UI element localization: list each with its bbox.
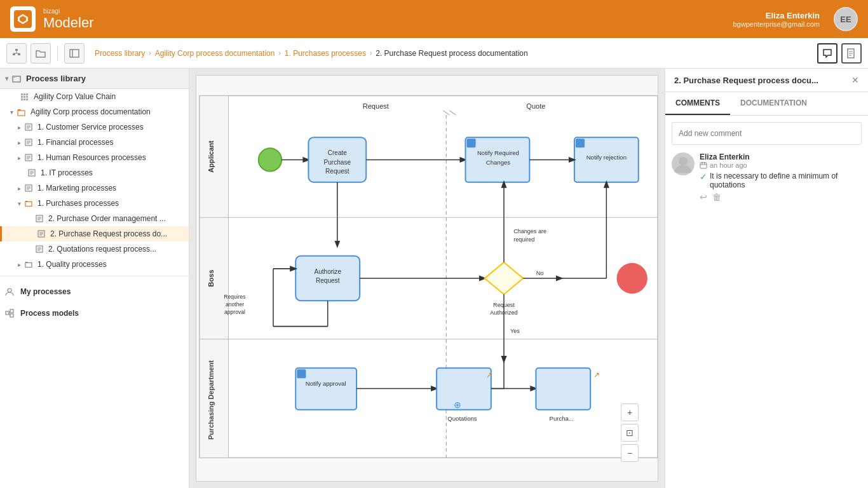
comment-author: Eliza Enterkin <box>700 152 862 161</box>
breadcrumb-current: 2. Purchase Request process documentatio… <box>376 49 527 58</box>
comment-input[interactable] <box>672 122 862 145</box>
app-brand: bizagi Modeler <box>43 8 93 31</box>
svg-text:Requires: Requires <box>224 294 245 300</box>
sidebar-financial-label: 1. Financial processes <box>37 138 113 147</box>
sidebar-quality-label: 1. Quality processes <box>37 260 107 269</box>
sidebar-process-models[interactable]: Process models <box>0 302 189 324</box>
zoom-controls: + ⊡ − <box>621 403 639 462</box>
sidebar-my-processes[interactable]: My processes <box>0 281 189 302</box>
main-layout: ▾ Process library Agility Corp Value Cha… <box>0 69 868 488</box>
sidebar-value-chain[interactable]: Agility Corp Value Chain <box>0 89 189 104</box>
sidebar-marketing[interactable]: ▸ 1. Marketing processes <box>0 180 189 196</box>
breadcrumb-sep-2: › <box>278 50 280 57</box>
breadcrumb-purchases[interactable]: 1. Purchases processes <box>285 49 366 58</box>
app-header: bizagi Modeler Eliza Enterkin bgwpenterp… <box>0 0 868 38</box>
zoom-out-button[interactable]: − <box>621 444 639 462</box>
brand-sub: bizagi <box>43 8 93 15</box>
svg-text:⊕: ⊕ <box>454 400 461 410</box>
sidebar-process-models-label: Process models <box>20 309 79 318</box>
expand-icon: ▾ <box>5 75 8 82</box>
right-panel-close-button[interactable]: ✕ <box>851 75 859 85</box>
svg-rect-86 <box>467 139 476 147</box>
marketing-expand: ▸ <box>18 185 21 192</box>
brand-main: Modeler <box>43 15 93 31</box>
sidebar-process-library-label: Process library <box>26 74 86 83</box>
app-logo[interactable] <box>10 6 36 32</box>
org-chart-button[interactable] <box>6 43 27 64</box>
svg-text:Quotations: Quotations <box>447 415 477 422</box>
sidebar-purchase-request[interactable]: 2. Purchase Request process do... <box>0 226 189 241</box>
breadcrumb-agility-corp[interactable]: Agility Corp process documentation <box>155 49 275 58</box>
sidebar-quality[interactable]: ▸ 1. Quality processes <box>0 257 189 272</box>
comment-text: ✓ It is necessary to define a minimum of… <box>700 172 862 189</box>
sidebar-quotations[interactable]: 2. Quotations request process... <box>0 241 189 257</box>
svg-point-76 <box>259 148 281 171</box>
sidebar-purchase-order[interactable]: 2. Purchase Order management ... <box>0 211 189 226</box>
svg-rect-15 <box>24 93 25 95</box>
comment-text-content: It is necessary to define a minimum of q… <box>710 172 862 189</box>
avatar[interactable]: EE <box>834 7 858 31</box>
sidebar-my-processes-label: My processes <box>20 287 71 296</box>
zoom-fit-button[interactable]: ⊡ <box>621 424 639 442</box>
svg-text:Request: Request <box>325 168 349 175</box>
diagram-svg: Applicant Boss Purchasing Department Req… <box>196 76 658 481</box>
svg-text:No: No <box>536 270 544 276</box>
svg-rect-60 <box>10 309 13 313</box>
svg-text:another: another <box>226 301 244 308</box>
svg-rect-22 <box>26 98 28 100</box>
svg-text:Yes: Yes <box>510 328 520 334</box>
sidebar-customer-service[interactable]: ▸ 1. Customer Service processes <box>0 119 189 135</box>
svg-text:Purchasing Department: Purchasing Department <box>207 360 215 440</box>
sidebar-process-library-header[interactable]: ▾ Process library <box>0 69 189 89</box>
svg-text:Request: Request <box>363 102 389 110</box>
comment-time: an hour ago <box>700 161 862 169</box>
panel-toggle-button[interactable] <box>64 43 85 64</box>
breadcrumb-process-library[interactable]: Process library <box>95 49 145 58</box>
sidebar-financial[interactable]: ▸ 1. Financial processes <box>0 135 189 150</box>
sidebar-it[interactable]: 1. IT processes <box>0 165 189 180</box>
breadcrumb-actions <box>817 43 862 64</box>
sidebar-it-label: 1. IT processes <box>41 168 93 177</box>
user-info: Eliza Enterkin bgwpenterprise@gmail.com <box>733 11 820 28</box>
svg-text:Notify rejection: Notify rejection <box>587 154 627 161</box>
folder-button[interactable] <box>31 43 51 64</box>
sidebar-hr[interactable]: ▸ 1. Human Resources processes <box>0 150 189 165</box>
breadcrumb: Process library › Agility Corp process d… <box>88 49 813 58</box>
svg-text:Purchase: Purchase <box>324 159 351 166</box>
sidebar-marketing-label: 1. Marketing processes <box>37 184 116 193</box>
tab-documentation[interactable]: DOCUMENTATION <box>730 92 817 115</box>
tab-comments[interactable]: COMMENTS <box>665 92 730 115</box>
sidebar-agility-corp[interactable]: ▾ Agility Corp process documentation <box>0 104 189 119</box>
commenter-avatar <box>672 152 695 175</box>
zoom-in-button[interactable]: + <box>621 403 639 421</box>
right-panel-header: 2. Purchase Request process docu... ✕ <box>665 69 868 92</box>
svg-rect-7 <box>70 50 79 57</box>
sidebar-agility-corp-label: Agility Corp process documentation <box>31 107 151 116</box>
svg-rect-23 <box>18 111 25 116</box>
svg-rect-20 <box>21 98 23 100</box>
comment-actions: ↩ 🗑 <box>700 192 862 202</box>
svg-text:Create: Create <box>328 149 348 156</box>
customer-expand: ▸ <box>18 124 21 131</box>
comment-check-icon: ✓ <box>700 172 707 182</box>
right-panel: 2. Purchase Request process docu... ✕ CO… <box>665 69 868 488</box>
svg-rect-133 <box>700 163 707 168</box>
comment-delete-button[interactable]: 🗑 <box>712 192 721 202</box>
panel-body: Eliza Enterkin an hour ago ✓ It is neces… <box>665 116 868 488</box>
svg-text:Request: Request <box>316 277 340 284</box>
svg-text:Purcha...: Purcha... <box>550 415 574 422</box>
svg-text:Applicant: Applicant <box>207 140 215 173</box>
svg-rect-123 <box>437 368 491 410</box>
svg-rect-2 <box>15 49 18 51</box>
comments-panel-button[interactable] <box>817 43 837 64</box>
svg-point-131 <box>616 263 647 294</box>
svg-rect-61 <box>10 314 13 317</box>
toolbar: Process library › Agility Corp process d… <box>0 38 868 69</box>
hr-expand: ▸ <box>18 154 21 161</box>
docs-panel-button[interactable] <box>841 43 862 64</box>
svg-rect-14 <box>21 93 23 95</box>
sidebar-purchases[interactable]: ▾ 1. Purchases processes <box>0 196 189 211</box>
svg-text:Notify Required: Notify Required <box>477 149 519 156</box>
diagram-canvas[interactable]: Applicant Boss Purchasing Department Req… <box>196 75 658 482</box>
comment-reply-button[interactable]: ↩ <box>700 192 707 202</box>
